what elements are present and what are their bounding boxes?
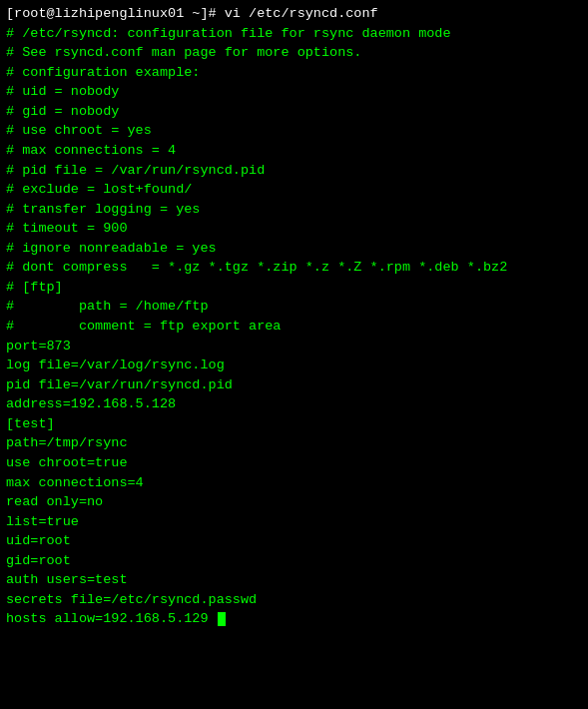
terminal-line-10: # use chroot = yes — [6, 121, 582, 141]
terminal-line-28: use chroot=true — [6, 453, 582, 473]
terminal-line-8: # uid = nobody — [6, 82, 582, 102]
terminal-line-21: # comment = ftp export area — [6, 317, 582, 337]
terminal-line-13: # exclude = lost+found/ — [6, 180, 582, 200]
terminal-line-2: # /etc/rsyncd: configuration file for rs… — [6, 24, 582, 44]
terminal-line-36: hosts allow=192.168.5.129 — [6, 609, 582, 629]
terminal-line-34: auth users=test — [6, 570, 582, 590]
terminal-line-9: # gid = nobody — [6, 102, 582, 122]
terminal-line-0: [root@lizhipenglinux01 ~]# vi /etc/rsync… — [6, 4, 582, 24]
terminal-line-27: path=/tmp/rsync — [6, 433, 582, 453]
terminal-line-6: # configuration example: — [6, 63, 582, 83]
terminal-line-14: # transfer logging = yes — [6, 200, 582, 220]
terminal-line-19: # [ftp] — [6, 278, 582, 298]
terminal-line-32: uid=root — [6, 531, 582, 551]
terminal-line-20: # path = /home/ftp — [6, 297, 582, 317]
terminal-line-23: log file=/var/log/rsync.log — [6, 355, 582, 375]
terminal-line-22: port=873 — [6, 337, 582, 356]
terminal-line-24: pid file=/var/run/rsyncd.pid — [6, 375, 582, 395]
terminal-line-30: read only=no — [6, 492, 582, 512]
terminal-line-4: # See rsyncd.conf man page for more opti… — [6, 43, 582, 63]
terminal-line-11: # max connections = 4 — [6, 141, 582, 161]
terminal-line-15: # timeout = 900 — [6, 219, 582, 239]
terminal-line-31: list=true — [6, 512, 582, 532]
terminal-line-17: # dont compress = *.gz *.tgz *.zip *.z *… — [6, 258, 582, 278]
terminal-line-33: gid=root — [6, 551, 582, 571]
terminal-window[interactable]: [root@lizhipenglinux01 ~]# vi /etc/rsync… — [0, 0, 588, 709]
terminal-line-25: address=192.168.5.128 — [6, 394, 582, 414]
terminal-line-29: max connections=4 — [6, 473, 582, 493]
cursor-block — [218, 612, 226, 626]
terminal-line-35: secrets file=/etc/rsyncd.passwd — [6, 590, 582, 610]
terminal-line-26: [test] — [6, 414, 582, 434]
terminal-line-12: # pid file = /var/run/rsyncd.pid — [6, 161, 582, 181]
terminal-line-16: # ignore nonreadable = yes — [6, 239, 582, 259]
